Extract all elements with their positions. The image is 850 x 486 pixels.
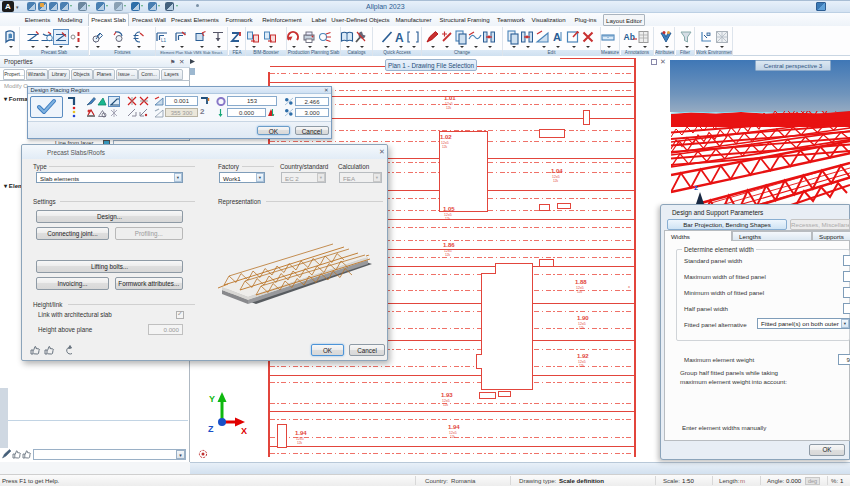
svg-text:12k: 12k [450,435,456,439]
svg-text:12k: 12k [297,441,303,445]
svg-text:12k: 12k [553,179,559,183]
svg-text:1.93: 1.93 [441,392,453,398]
svg-text:L1: L1 [161,38,167,43]
svg-text:1.88: 1.88 [575,279,587,285]
svg-text:1.94: 1.94 [448,424,460,430]
svg-text:12k: 12k [579,364,585,368]
svg-text:1.92: 1.92 [577,353,589,359]
svg-text:X: X [241,426,247,436]
svg-text:1.01: 1.01 [444,95,456,101]
svg-text:12k: 12k [577,290,583,294]
svg-text:12k: 12k [446,106,452,110]
svg-text:x: x [628,284,630,289]
svg-text:1.04: 1.04 [551,168,563,174]
svg-text:1.86: 1.86 [443,242,455,248]
svg-text:12k: 12k [442,145,448,149]
svg-text:1.05: 1.05 [443,206,455,212]
svg-text:1.02: 1.02 [440,134,452,140]
svg-text:1.94: 1.94 [295,430,307,436]
svg-text:1.90: 1.90 [577,315,589,321]
svg-text:12k: 12k [445,217,451,221]
svg-text:12k: 12k [579,326,585,330]
svg-text:12k: 12k [445,253,451,257]
svg-text:Z: Z [208,424,214,434]
svg-text:Ab: Ab [623,32,634,42]
svg-text:A: A [395,31,404,45]
svg-text:12k: 12k [443,403,449,407]
svg-text:A: A [553,31,561,43]
svg-text:Y: Y [209,394,215,404]
svg-text:z: z [694,183,698,192]
